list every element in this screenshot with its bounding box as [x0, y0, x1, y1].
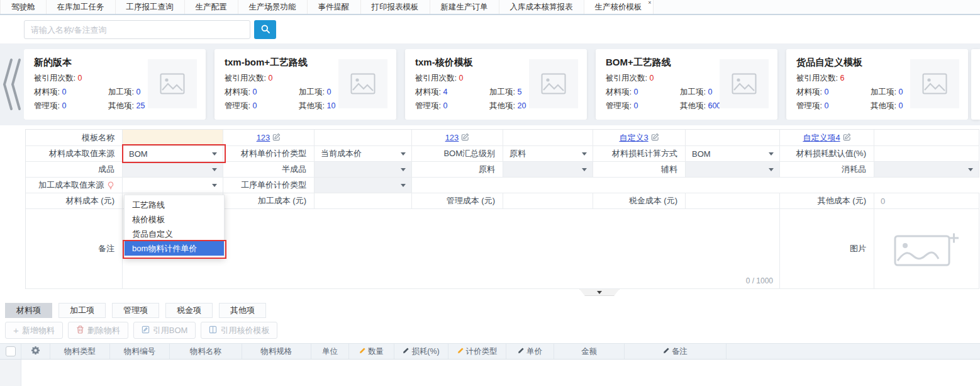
dropdown-option-货品自定义[interactable]: 货品自定义 [125, 227, 224, 241]
column-header-损耗(%)[interactable]: 损耗(%) [394, 344, 448, 359]
tab-驾驶舱[interactable]: 驾驶舱 [0, 0, 47, 14]
select-all-checkbox[interactable] [6, 346, 16, 356]
column-header-label: 金额 [581, 346, 597, 357]
删除物料-button[interactable]: 删除物料 [68, 322, 128, 339]
material-cost-source-label: 材料成本取值来源 [26, 146, 123, 162]
edit-icon [461, 133, 469, 143]
consumable-label: 消耗品 [780, 162, 874, 178]
tab-其他项[interactable]: 其他项 [219, 303, 266, 318]
tab-生产场景功能[interactable]: 生产场景功能 [238, 0, 308, 14]
processing-cost-input[interactable] [315, 193, 412, 209]
column-header-物料规格[interactable]: 物料规格 [242, 344, 311, 359]
custom-field-link-1[interactable]: 123 [257, 133, 281, 143]
template-card[interactable]: BOM+工艺路线被引用次数: 0材料项: 0加工项: 0管理项: 0其他项: 6… [596, 49, 777, 120]
material-loss-default-input[interactable] [874, 146, 979, 162]
material-cost-source-select[interactable]: BOM [123, 146, 223, 162]
gear-icon[interactable] [31, 346, 40, 357]
processing-cost-source-select[interactable] [123, 178, 223, 193]
empty-cell [874, 130, 979, 146]
template-card[interactable]: txm-bom+工艺路线被引用次数: 0材料项: 0加工项: 0管理项: 0其他… [214, 49, 396, 120]
custom-field-link-3[interactable]: 自定义3 [619, 132, 659, 144]
card-stat-label: 加工项: [680, 88, 708, 96]
template-name-input[interactable] [123, 130, 223, 146]
columns-icon [209, 326, 217, 336]
card-stat-value: 20 [517, 101, 526, 110]
新增物料-button[interactable]: +新增物料 [5, 322, 63, 339]
tab-打印报表模板[interactable]: 打印报表模板 [361, 0, 430, 14]
semi-finished-label: 半成品 [223, 162, 315, 178]
search-input[interactable] [24, 20, 250, 39]
semi-finished-select[interactable] [315, 162, 412, 178]
column-header-备注[interactable]: 备注 [625, 344, 727, 359]
card-stat: 材料项: 0 [606, 87, 680, 98]
column-header-label: 物料编号 [124, 346, 155, 357]
image-upload-cell[interactable] [874, 209, 979, 289]
template-name-label: 模板名称 [26, 130, 123, 146]
card-stat: 材料项: 0 [225, 87, 299, 98]
tab-生产核价模板[interactable]: 生产核价模板× [584, 0, 654, 14]
column-header-filler [727, 344, 980, 359]
tab-新建生产订单[interactable]: 新建生产订单 [430, 0, 499, 14]
material-price-type-label: 材料单价计价类型 [223, 146, 315, 162]
card-stat-label: 其他项: [489, 101, 517, 110]
management-cost-input[interactable] [503, 193, 593, 209]
custom-field-link-4[interactable]: 自定义项4 [803, 132, 850, 144]
tab-材料项[interactable]: 材料项 [5, 303, 52, 318]
card-stat-value: 0 [326, 88, 331, 96]
custom-field-cell: 123 [223, 130, 315, 146]
tab-生产配置[interactable]: 生产配置 [185, 0, 238, 14]
card-stat-label: 材料项: [225, 88, 252, 96]
card-stat-label: 其他项: [680, 101, 708, 110]
column-header-数量[interactable]: 数量 [349, 344, 394, 359]
column-header-物料名称[interactable]: 物料名称 [170, 344, 242, 359]
dropdown-option-bom物料计件单价[interactable]: bom物料计件单价 [125, 241, 224, 256]
card-stat: 材料项: 0 [34, 87, 108, 98]
auxiliary-material-select[interactable] [686, 162, 780, 178]
tab-入库成本核算报表[interactable]: 入库成本核算报表 [499, 0, 584, 14]
template-card[interactable]: 新的版本被引用次数: 0材料项: 0加工项: 0管理项: 0其他项: 25 [24, 49, 206, 120]
collapse-handle[interactable] [579, 289, 620, 296]
image-placeholder-icon [148, 59, 197, 108]
tab-管理项[interactable]: 管理项 [112, 303, 159, 318]
tab-在库加工任务[interactable]: 在库加工任务 [47, 0, 116, 14]
column-header-单价[interactable]: 单价 [506, 344, 554, 359]
card-stat-label: 管理项: [225, 101, 252, 110]
tab-工序报工查询[interactable]: 工序报工查询 [116, 0, 185, 14]
scroll-left-chevron-icon[interactable] [0, 54, 24, 115]
material-price-type-select[interactable]: 当前成本价 [315, 146, 412, 162]
close-icon[interactable]: × [648, 0, 651, 6]
引用核价模板-button[interactable]: 引用核价模板 [201, 322, 277, 339]
card-stat-value: 0 [633, 101, 638, 110]
引用BOM-button[interactable]: 引用BOM [133, 322, 196, 339]
column-header-label: 物料规格 [261, 346, 292, 357]
material-loss-method-select[interactable]: BOM [686, 146, 780, 162]
template-card[interactable]: 货品自定义模板被引用次数: 6材料项: 0加工项: 0管理项: 0其他项: 0 [786, 49, 968, 120]
column-header-计价类型[interactable]: 计价类型 [448, 344, 506, 359]
pencil-icon [457, 347, 464, 356]
template-card[interactable]: txm-核价模板被引用次数: 0材料项: 4加工项: 5管理项: 0其他项: 2… [405, 49, 587, 120]
tab-税金项[interactable]: 税金项 [165, 303, 213, 318]
finished-product-select[interactable] [123, 162, 223, 178]
column-header-单位[interactable]: 单位 [311, 344, 349, 359]
pencil-icon [663, 347, 670, 356]
dropdown-option-核价模板[interactable]: 核价模板 [125, 212, 224, 227]
image-placeholder-icon [910, 59, 959, 108]
bom-summary-level-select[interactable]: 原料 [503, 146, 593, 162]
tax-cost-input[interactable] [686, 193, 780, 209]
process-price-type-label: 工序单价计价类型 [223, 178, 315, 193]
tab-事件提醒[interactable]: 事件提醒 [308, 0, 361, 14]
column-header-物料编号[interactable]: 物料编号 [110, 344, 170, 359]
other-cost-input[interactable]: 0 [874, 193, 979, 209]
column-header-label: 数量 [368, 346, 384, 357]
card-stat-value: 0 [633, 88, 638, 96]
process-price-type-select[interactable] [315, 178, 412, 193]
raw-material-select[interactable] [503, 162, 593, 178]
column-header-物料类型[interactable]: 物料类型 [50, 344, 110, 359]
search-icon [260, 24, 270, 36]
tab-加工项[interactable]: 加工项 [58, 303, 106, 318]
consumable-select[interactable] [874, 162, 979, 178]
column-header-金额[interactable]: 金额 [554, 344, 625, 359]
custom-field-link-2[interactable]: 123 [445, 133, 470, 143]
search-button[interactable] [254, 20, 276, 39]
dropdown-option-工艺路线[interactable]: 工艺路线 [125, 198, 224, 212]
